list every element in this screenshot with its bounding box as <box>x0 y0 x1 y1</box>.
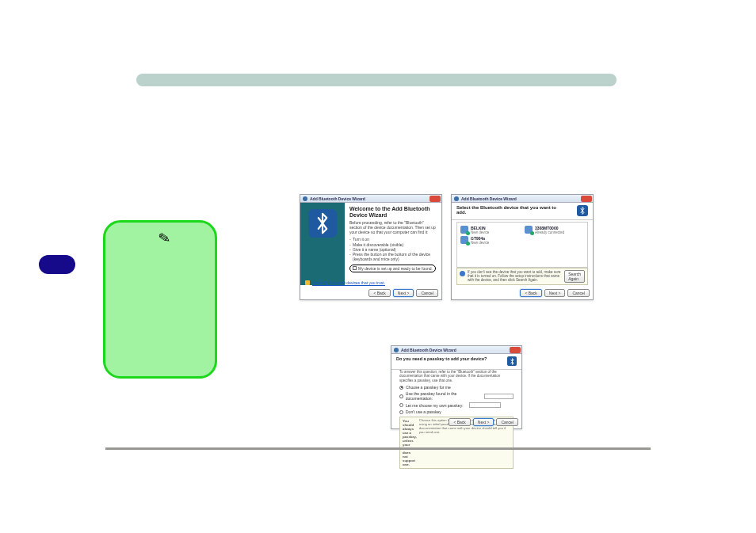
device-item[interactable]: GT904a New device <box>460 236 520 245</box>
option-label: Let me choose my own passkey: <box>406 403 464 408</box>
option-choose-for-me[interactable]: Choose a passkey for me <box>399 385 514 390</box>
bluetooth-icon <box>577 205 588 216</box>
footer-divider <box>105 447 651 450</box>
device-icon <box>460 226 468 234</box>
option-own[interactable]: Let me choose my own passkey: <box>399 402 514 408</box>
trust-link-row: Add only Bluetooth devices that you trus… <box>305 280 385 285</box>
cancel-button[interactable]: Cancel <box>567 289 590 297</box>
trust-link[interactable]: Add only Bluetooth devices that you trus… <box>312 280 385 285</box>
dialog-heading: Select the Bluetooth device that you wan… <box>456 205 559 215</box>
dialog-heading: Do you need a passkey to add your device… <box>396 356 487 361</box>
dialog-buttons: < Back Next > Cancel <box>368 289 438 297</box>
close-icon[interactable] <box>430 196 441 202</box>
title-text: Add Bluetooth Device Wizard <box>461 196 517 201</box>
info-text: If you don't see the device that you wan… <box>468 270 562 283</box>
back-button[interactable]: < Back <box>368 289 390 297</box>
passkey-input[interactable] <box>469 402 501 408</box>
wizard-heading: Welcome to the Add Bluetooth Device Wiza… <box>349 206 436 218</box>
dialog-header: Select the Bluetooth device that you wan… <box>452 203 593 220</box>
titlebar: Add Bluetooth Device Wizard <box>300 195 441 203</box>
device-status: New device <box>471 241 489 245</box>
checkbox-icon[interactable] <box>353 266 357 270</box>
wizard-intro: Before proceeding, refer to the "Bluetoo… <box>349 220 436 234</box>
titlebar: Add Bluetooth Device Wizard <box>452 195 593 203</box>
title-text: Add Bluetooth Device Wizard <box>310 196 365 201</box>
radio-icon[interactable] <box>399 386 403 390</box>
device-item[interactable]: 3308MT0000 Already connected <box>525 226 584 234</box>
next-button[interactable]: Next > <box>544 289 566 297</box>
option-label: Choose a passkey for me <box>406 385 451 390</box>
option-label: Use the passkey found in the documentati… <box>406 391 479 401</box>
bluetooth-app-icon <box>454 196 459 201</box>
back-button[interactable]: < Back <box>449 418 470 426</box>
next-button[interactable]: Next > <box>473 418 494 426</box>
cancel-button[interactable]: Cancel <box>496 418 518 426</box>
back-button[interactable]: < Back <box>520 289 541 297</box>
bluetooth-icon <box>507 356 517 366</box>
dialog-device-list: Add Bluetooth Device Wizard Select the B… <box>451 194 594 300</box>
section-divider <box>136 74 617 86</box>
device-status: New device <box>471 230 489 234</box>
device-list: BELKIN New device 3308MT0000 Already con… <box>456 222 588 268</box>
close-icon[interactable] <box>581 196 592 202</box>
passkey-input[interactable] <box>484 394 514 399</box>
option-label: Don't use a passkey <box>406 409 441 414</box>
radio-icon[interactable] <box>399 394 403 398</box>
cancel-button[interactable]: Cancel <box>416 289 438 297</box>
dialog-passkey: Add Bluetooth Device Wizard Do you need … <box>391 345 522 429</box>
right-panel: Welcome to the Add Bluetooth Device Wiza… <box>345 203 439 272</box>
lead-text: To answer this question, refer to the "B… <box>399 370 514 383</box>
option-use-doc[interactable]: Use the passkey found in the documentati… <box>399 391 514 401</box>
device-icon <box>525 226 533 234</box>
title-text: Add Bluetooth Device Wizard <box>401 348 456 352</box>
search-again-button[interactable]: Search Again <box>564 270 585 283</box>
info-message: If you don't see the device that you wan… <box>468 270 560 282</box>
bluetooth-app-icon <box>303 196 307 201</box>
bluetooth-app-icon <box>394 348 399 352</box>
next-button[interactable]: Next > <box>393 289 414 297</box>
note-left: You should always use a passkey, unless … <box>403 419 417 466</box>
info-icon <box>460 271 465 276</box>
bullet: Press the button on the bottom of the de… <box>349 252 436 262</box>
radio-icon[interactable] <box>399 403 403 407</box>
device-item[interactable]: BELKIN New device <box>460 226 520 234</box>
titlebar: Add Bluetooth Device Wizard <box>391 346 521 354</box>
checkbox-label: My device is set up and ready to be foun… <box>358 266 433 271</box>
close-icon[interactable] <box>510 347 521 353</box>
device-status: Already connected <box>535 230 564 234</box>
dialog-buttons: < Back Next > Cancel <box>449 418 518 426</box>
info-bar: If you don't see the device that you wan… <box>456 268 588 285</box>
dialog-buttons: < Back Next > Cancel <box>520 289 590 297</box>
bluetooth-icon <box>308 209 337 238</box>
radio-icon[interactable] <box>399 410 403 414</box>
note-pill <box>39 255 75 274</box>
option-none[interactable]: Don't use a passkey <box>399 409 514 414</box>
shield-icon <box>305 280 310 285</box>
dialog-header: Do you need a passkey to add your device… <box>391 354 521 370</box>
note-right: Choose this option if your Bluetooth dev… <box>419 419 510 466</box>
setup-bullets: Turn it on Make it discoverable (visible… <box>349 237 436 261</box>
device-icon <box>460 236 468 244</box>
ready-checkbox-row[interactable]: My device is set up and ready to be foun… <box>349 265 436 272</box>
left-panel <box>300 203 345 285</box>
dialog-welcome: Add Bluetooth Device Wizard Welcome to t… <box>300 194 442 300</box>
